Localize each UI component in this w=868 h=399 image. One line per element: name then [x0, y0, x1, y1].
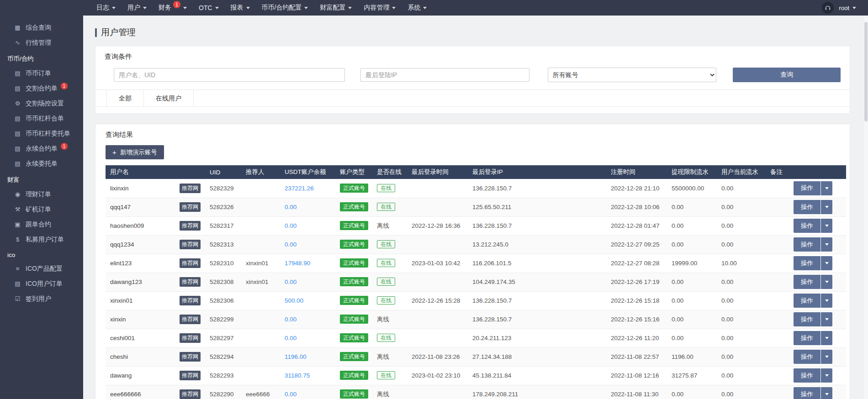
action-dropdown-toggle[interactable] [821, 256, 832, 270]
sidebar-item[interactable]: ▤币币杠杆合单 [0, 111, 83, 126]
sidebar-item[interactable]: ◉理财订单 [0, 187, 83, 202]
action-button[interactable]: 操作 [794, 237, 820, 252]
scrollbar-track[interactable] [864, 16, 868, 399]
username-input[interactable] [114, 68, 345, 82]
cell-online-status: 在线 [372, 198, 407, 216]
top-menu-item-label: 财富配置 [320, 4, 345, 12]
sidebar-item[interactable]: ▣跟单合约 [0, 217, 83, 232]
action-button[interactable]: 操作 [794, 312, 820, 326]
sidebar-item-label: 签到用户 [26, 295, 51, 303]
action-button[interactable]: 操作 [794, 350, 820, 364]
username-wrap: xinxin推荐网 [110, 315, 201, 324]
action-button[interactable]: 操作 [794, 275, 820, 289]
scrollbar-thumb[interactable] [864, 22, 868, 121]
referrer-network-badge: 推荐网 [180, 315, 201, 324]
action-dropdown-toggle[interactable] [821, 350, 832, 364]
support-button[interactable] [822, 2, 834, 14]
last-login-ip-input[interactable] [360, 68, 529, 82]
query-button[interactable]: 查询 [733, 68, 841, 82]
action-button[interactable]: 操作 [794, 256, 820, 270]
action-dropdown-toggle[interactable] [821, 219, 832, 233]
cell-actions: 操作 [789, 254, 846, 273]
title-accent-bar [95, 28, 97, 37]
action-button[interactable]: 操作 [794, 219, 820, 233]
balance-link[interactable]: 237221.26 [285, 185, 314, 192]
sidebar-item[interactable]: ▤币币订单 [0, 66, 83, 81]
chevron-down-icon [852, 7, 856, 9]
sidebar-item[interactable]: $私募用户订单 [0, 232, 83, 247]
cell-last-login-time [407, 235, 468, 254]
cell-withdraw-limit: 1196.00 [667, 347, 717, 366]
action-button[interactable]: 操作 [794, 387, 820, 399]
top-menu-item-8[interactable]: 内容管理 [358, 0, 402, 16]
doc-icon: ▤ [14, 115, 21, 122]
action-dropdown-toggle[interactable] [821, 368, 832, 383]
balance-link[interactable]: 1196.00 [285, 353, 307, 360]
balance-link[interactable]: 0.00 [285, 316, 296, 323]
sidebar-item[interactable]: ≡ICO产品配置 [0, 261, 83, 276]
action-dropdown-toggle[interactable] [821, 294, 832, 308]
cell-register-time: 2022-11-08 12:16 [606, 366, 667, 385]
cell-account-type: 正式账号 [335, 385, 372, 399]
action-dropdown-toggle[interactable] [821, 200, 832, 214]
action-dropdown-toggle[interactable] [821, 331, 832, 345]
filter-tab-2[interactable]: 在线用户 [143, 90, 194, 106]
action-button[interactable]: 操作 [794, 331, 820, 345]
top-menu-item-5[interactable]: 报表 [225, 0, 256, 16]
cell-referrer [241, 291, 280, 310]
action-dropdown-toggle[interactable] [821, 181, 832, 195]
balance-link[interactable]: 0.00 [285, 335, 296, 341]
filter-tab-1[interactable]: 全部 [106, 90, 143, 106]
sidebar-item[interactable]: ▤永续委托单 [0, 156, 83, 171]
balance-link[interactable]: 0.00 [285, 391, 296, 398]
balance-link[interactable]: 31180.75 [285, 372, 310, 379]
top-menu-item-9[interactable]: 系统 [402, 0, 433, 16]
balance-link[interactable]: 17948.90 [285, 260, 310, 267]
top-menu-item-7[interactable]: 财富配置 [314, 0, 358, 16]
sidebar-item[interactable]: ∿行情管理 [0, 35, 83, 50]
column-header [789, 165, 846, 179]
top-menu-item-4[interactable]: OTC [193, 0, 225, 16]
sidebar-item[interactable]: ▦综合查询 [0, 20, 83, 35]
balance-link[interactable]: 0.00 [285, 278, 296, 285]
action-dropdown-toggle[interactable] [821, 312, 832, 326]
balance-link[interactable]: 0.00 [285, 222, 296, 229]
action-button[interactable]: 操作 [794, 294, 820, 308]
sidebar-item[interactable]: ▤永续合约单1 [0, 141, 83, 156]
cell-referrer: xinxin01 [241, 254, 280, 273]
top-menu-item-label: 内容管理 [364, 4, 389, 12]
action-button[interactable]: 操作 [794, 181, 820, 195]
balance-link[interactable]: 0.00 [285, 204, 296, 210]
cell-withdraw-limit: 19999.00 [667, 254, 717, 273]
action-button[interactable]: 操作 [794, 368, 820, 383]
action-split-button: 操作 [794, 181, 832, 195]
balance-link[interactable]: 500.00 [285, 297, 303, 304]
sidebar-item[interactable]: ▤交割合约单1 [0, 81, 83, 96]
notification-badge: 1 [61, 143, 68, 150]
top-menu-item-1[interactable]: 日志 [90, 0, 122, 16]
action-dropdown-toggle[interactable] [821, 237, 832, 252]
action-dropdown-toggle[interactable] [821, 275, 832, 289]
sidebar-item[interactable]: ☑签到用户 [0, 291, 83, 306]
page-title: 用户管理 [95, 26, 850, 38]
chevron-down-icon [825, 262, 829, 264]
table-row: haoshen009推荐网52823170.00正式账号离线2022-12-28… [106, 216, 846, 235]
chevron-down-icon [825, 318, 829, 320]
action-button[interactable]: 操作 [794, 200, 820, 214]
cell-last-login-ip: 104.249.174.35 [468, 273, 606, 291]
top-menu-item-6[interactable]: 币币/合约配置 [256, 0, 314, 16]
chevron-down-icon [304, 7, 308, 9]
sidebar-item[interactable]: ⚙交割场控设置 [0, 96, 83, 111]
add-demo-account-button[interactable]: + 新增演示账号 [106, 145, 164, 159]
sidebar-item[interactable]: ▤ICO用户订单 [0, 276, 83, 291]
sidebar-item[interactable]: ▤币币杠杆委托单 [0, 126, 83, 141]
action-dropdown-toggle[interactable] [821, 387, 832, 399]
top-menu-item-2[interactable]: 用户 [122, 0, 153, 16]
action-split-button: 操作 [794, 256, 832, 270]
cell-account-type: 正式账号 [335, 291, 372, 310]
top-menu-item-3[interactable]: 财务1 [153, 0, 193, 16]
sidebar-item[interactable]: ⚒矿机订单 [0, 202, 83, 217]
balance-link[interactable]: 0.00 [285, 241, 296, 248]
user-menu[interactable]: root [839, 5, 856, 11]
account-type-select[interactable]: 所有账号 [548, 68, 717, 82]
